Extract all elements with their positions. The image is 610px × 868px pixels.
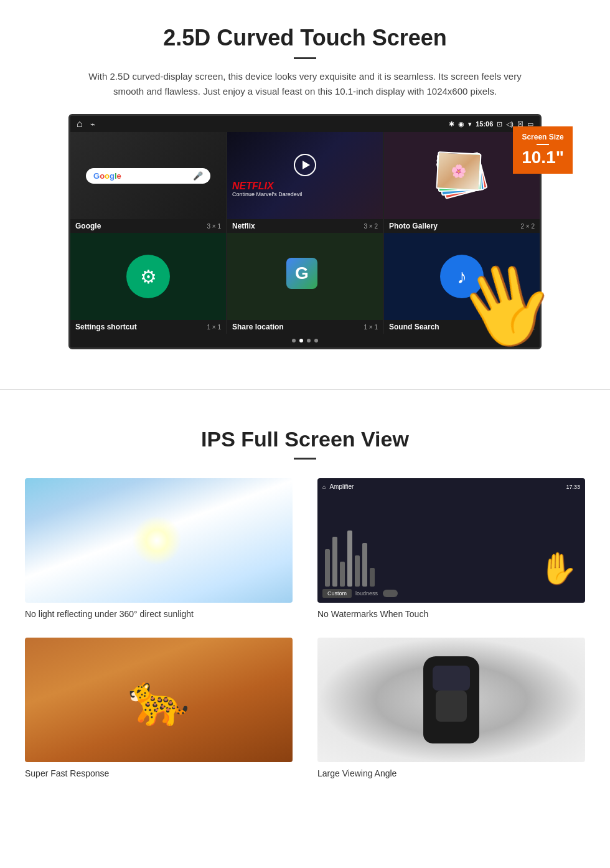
netflix-brand: NETFLIX: [232, 181, 378, 191]
netflix-title-block: NETFLIX Continue Marvel's Daredevil: [227, 181, 383, 197]
gallery-app-size: 2 × 2: [520, 223, 535, 230]
car-roof: [436, 691, 467, 722]
netflix-subtitle: Continue Marvel's Daredevil: [232, 191, 378, 197]
share-app-name: Share location: [232, 323, 284, 331]
ips-title: IPS Full Screen View: [25, 427, 585, 451]
car-visual: [317, 638, 585, 762]
settings-cell-inner: ⚙: [70, 233, 226, 320]
amplifier-label: No Watermarks When Touch: [317, 609, 585, 619]
dot-3: [307, 339, 311, 342]
dot-2: [299, 339, 303, 342]
google-label-row: Google 3 × 1: [70, 219, 226, 233]
google-app-name: Google: [75, 222, 101, 230]
app-grid-row1: Google 🎤 Google 3 × 1: [70, 132, 540, 233]
photo-card-4: 🌸: [436, 151, 481, 191]
netflix-app-name: Netflix: [232, 222, 255, 230]
music-icon: ♪: [440, 255, 484, 298]
wifi-icon: ▾: [468, 120, 472, 128]
amp-footer: Custom loudness: [322, 589, 580, 598]
sunlight-visual: [25, 478, 293, 603]
settings-app-name: Settings shortcut: [75, 323, 137, 331]
badge-divider: [537, 144, 549, 145]
netflix-label-row: Netflix 3 × 2: [227, 219, 383, 233]
car-windshield: [433, 666, 470, 691]
google-app-size: 3 × 1: [207, 223, 221, 230]
google-logo: Google: [93, 171, 121, 181]
sun-burst: [132, 516, 182, 565]
netflix-app-size: 3 × 2: [364, 223, 378, 230]
page-divider: [0, 389, 610, 390]
share-app-size: 1 × 1: [364, 324, 378, 331]
app-cell-settings[interactable]: ⚙ Settings shortcut 1 × 1: [70, 233, 226, 334]
sound-app-name: Sound Search: [389, 323, 439, 331]
curved-description: With 2.5D curved-display screen, this de…: [87, 69, 523, 99]
car-topview: [423, 656, 479, 743]
google-mic-icon[interactable]: 🎤: [193, 171, 203, 181]
feature-cheetah: 🐆 Super Fast Response: [25, 638, 293, 778]
cheetah-emoji: 🐆: [128, 671, 190, 729]
google-search-bar[interactable]: Google 🎤: [86, 168, 210, 184]
camera-icon: ⊡: [497, 120, 502, 128]
amp-hand: ✋: [539, 550, 578, 587]
title-divider: [294, 57, 316, 59]
amp-bars: ✋: [322, 494, 580, 587]
sound-cell-inner: ♪: [384, 233, 540, 320]
gallery-label-row: Photo Gallery 2 × 2: [384, 219, 540, 233]
location-icon: ◉: [458, 120, 464, 128]
feature-img-cheetah: 🐆: [25, 638, 293, 762]
amp-header: ⌂ Amplifier 17:33: [322, 483, 580, 490]
usb-icon: ⌁: [90, 120, 95, 129]
amp-home-icon: ⌂: [322, 484, 326, 490]
maps-icon: G: [286, 258, 324, 295]
netflix-cell-inner: NETFLIX Continue Marvel's Daredevil: [227, 132, 383, 219]
car-label: Large Viewing Angle: [317, 768, 585, 778]
app-cell-google[interactable]: Google 🎤 Google 3 × 1: [70, 132, 226, 233]
curved-title: 2.5D Curved Touch Screen: [37, 25, 573, 51]
gallery-app-name: Photo Gallery: [389, 222, 438, 230]
status-bar: ⌂ ⌁ ✱ ◉ ▾ 15:06 ⊡ ◁) ☒ ▭: [70, 116, 540, 132]
settings-label-row: Settings shortcut 1 × 1: [70, 320, 226, 334]
gear-icon: ⚙: [140, 266, 157, 288]
app-grid-row2: ⚙ Settings shortcut 1 × 1 G: [70, 233, 540, 334]
bluetooth-icon: ✱: [449, 120, 454, 128]
settings-app-size: 1 × 1: [207, 324, 221, 331]
feature-img-sunlight: [25, 478, 293, 603]
sunlight-label: No light reflecting under 360° direct su…: [25, 609, 293, 619]
feature-amplifier: ⌂ Amplifier 17:33: [317, 478, 585, 619]
feature-car: Large Viewing Angle: [317, 638, 585, 778]
app-cell-sound[interactable]: ♪ Sound Search 1 × 1: [384, 233, 540, 334]
share-cell-inner: G: [227, 233, 383, 320]
ips-divider: [294, 458, 316, 460]
sound-app-size: 1 × 1: [520, 324, 535, 331]
section-curved-touch: 2.5D Curved Touch Screen With 2.5D curve…: [0, 0, 610, 364]
feature-img-amplifier: ⌂ Amplifier 17:33: [317, 478, 585, 603]
amplifier-visual: ⌂ Amplifier 17:33: [317, 478, 585, 603]
cheetah-label: Super Fast Response: [25, 768, 293, 778]
photo-stack: 🌸: [437, 151, 487, 200]
screen-size-badge: Screen Size 10.1": [513, 126, 573, 174]
feature-img-car: [317, 638, 585, 762]
app-cell-share[interactable]: G Share location 1 × 1: [227, 233, 383, 334]
feature-grid: No light reflecting under 360° direct su…: [25, 478, 585, 778]
dot-4: [314, 339, 318, 342]
google-cell-inner: Google 🎤: [70, 132, 226, 219]
netflix-play-btn[interactable]: [294, 154, 316, 176]
app-cell-netflix[interactable]: NETFLIX Continue Marvel's Daredevil Netf…: [227, 132, 383, 233]
cheetah-visual: 🐆: [25, 638, 293, 762]
badge-size: 10.1": [522, 148, 564, 167]
section-ips: IPS Full Screen View No light reflecting…: [0, 415, 610, 803]
dot-1: [292, 339, 296, 342]
sound-label-row: Sound Search 1 × 1: [384, 320, 540, 334]
amp-title: Amplifier: [329, 483, 354, 490]
time-display: 15:06: [476, 120, 493, 128]
status-bar-left: ⌂ ⌁: [77, 118, 95, 130]
settings-icon-circle: ⚙: [126, 255, 170, 298]
amp-time: 17:33: [566, 484, 580, 490]
maps-icon-inner: G: [286, 258, 317, 289]
feature-sunlight: No light reflecting under 360° direct su…: [25, 478, 293, 619]
badge-label: Screen Size: [522, 133, 564, 141]
pagination-dots: [70, 334, 540, 347]
device-mockup: Screen Size 10.1" ⌂ ⌁ ✱ ◉ ▾ 15:06 ⊡ ◁) ☒: [68, 114, 542, 349]
home-icon[interactable]: ⌂: [77, 118, 83, 130]
share-label-row: Share location 1 × 1: [227, 320, 383, 334]
